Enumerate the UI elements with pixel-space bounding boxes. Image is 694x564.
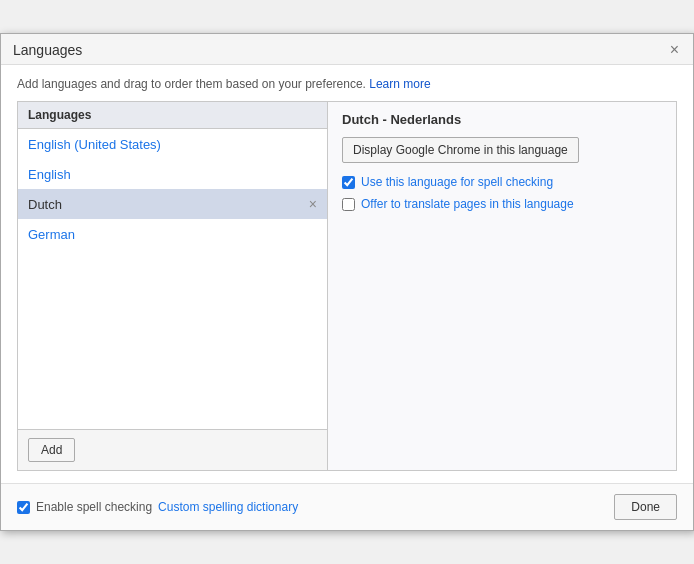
right-panel: Dutch - Nederlands Display Google Chrome… [328,102,676,470]
spell-check-option-row: Use this language for spell checking [342,175,662,189]
language-list-item[interactable]: English× [18,159,327,189]
spell-check-label[interactable]: Use this language for spell checking [361,175,553,189]
translate-checkbox[interactable] [342,198,355,211]
dialog-body: Add languages and drag to order them bas… [1,65,693,483]
language-list-item[interactable]: English (United States)× [18,129,327,159]
left-panel-footer: Add [18,429,327,470]
language-list-item[interactable]: Dutch× [18,189,327,219]
display-chrome-button[interactable]: Display Google Chrome in this language [342,137,579,163]
dialog-footer: Enable spell checking Custom spelling di… [1,483,693,530]
intro-description: Add languages and drag to order them bas… [17,77,366,91]
languages-panel-header: Languages [18,102,327,129]
intro-text: Add languages and drag to order them bas… [17,77,677,91]
language-item-label: German [28,227,75,242]
enable-spell-check-checkbox[interactable] [17,501,30,514]
translate-label[interactable]: Offer to translate pages in this languag… [361,197,574,211]
custom-spelling-dictionary-link[interactable]: Custom spelling dictionary [158,500,298,514]
language-item-label: English [28,167,71,182]
dialog-title: Languages [13,42,82,58]
language-list-item[interactable]: German× [18,219,327,249]
learn-more-link[interactable]: Learn more [369,77,430,91]
close-button[interactable]: × [668,42,681,58]
add-language-button[interactable]: Add [28,438,75,462]
selected-language-title: Dutch - Nederlands [342,112,662,127]
language-item-label: English (United States) [28,137,161,152]
left-panel: Languages English (United States)×Englis… [18,102,328,470]
done-button[interactable]: Done [614,494,677,520]
language-item-label: Dutch [28,197,62,212]
languages-dialog: Languages × Add languages and drag to or… [0,33,694,531]
translate-option-row: Offer to translate pages in this languag… [342,197,662,211]
spell-check-checkbox[interactable] [342,176,355,189]
footer-spell-check-area: Enable spell checking Custom spelling di… [17,500,298,514]
panels-container: Languages English (United States)×Englis… [17,101,677,471]
enable-spell-check-label[interactable]: Enable spell checking [36,500,152,514]
language-list: English (United States)×English×Dutch×Ge… [18,129,327,429]
remove-language-icon[interactable]: × [309,196,317,212]
dialog-titlebar: Languages × [1,34,693,65]
